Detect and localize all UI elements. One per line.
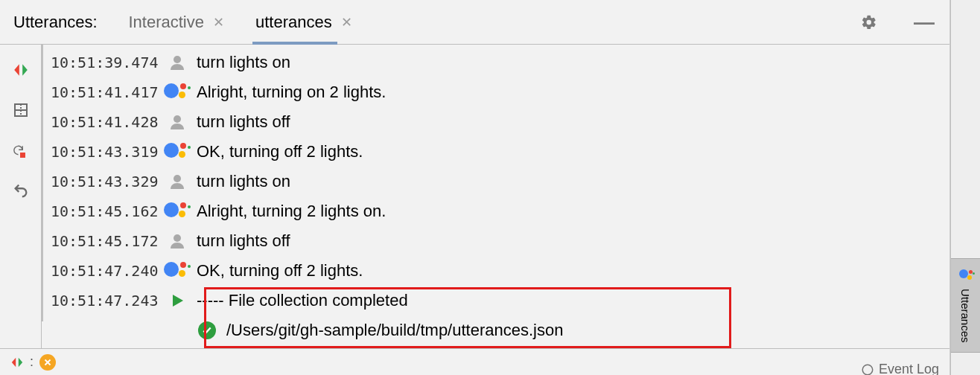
success-check-icon: [192, 319, 222, 342]
assistant-icon: [162, 81, 192, 103]
log-row: 10:51:41.428 turn lights off: [42, 107, 949, 137]
tool-window-tabbar: Utterances: Interactive ✕ utterances ✕ —: [0, 0, 949, 45]
svg-rect-5: [20, 153, 25, 158]
log-text: /Users/git/gh-sample/build/tmp/utterance…: [222, 321, 563, 340]
event-log-label: Event Log: [879, 362, 939, 375]
console-output[interactable]: 10:51:39.474 turn lights on 10:51:41.417…: [42, 45, 949, 348]
colon-label: :: [30, 354, 34, 370]
undo-icon[interactable]: [12, 182, 30, 199]
log-text: turn lights on: [192, 172, 290, 191]
status-bar: : Event Log: [0, 348, 949, 375]
timestamp: 10:51:41.428: [51, 113, 162, 131]
rerun-icon[interactable]: [12, 141, 30, 159]
tab-label: utterances: [255, 13, 332, 32]
log-row: 10:51:43.319 OK, turning off 2 lights.: [42, 137, 949, 167]
right-tool-stripe: Utterances: [950, 0, 980, 375]
timestamp: 10:51:47.240: [51, 262, 162, 280]
error-badge-icon[interactable]: [39, 354, 56, 371]
log-row: 10:51:41.417 Alright, turning on 2 light…: [42, 77, 949, 107]
svg-point-15: [862, 365, 873, 375]
diff-icon[interactable]: [10, 356, 24, 369]
svg-point-7: [174, 115, 181, 123]
timestamp: 10:51:43.319: [51, 143, 162, 161]
tab-interactive[interactable]: Interactive ✕: [129, 0, 225, 44]
log-text: turn lights off: [192, 112, 290, 132]
svg-point-8: [174, 175, 181, 182]
user-icon: [162, 51, 192, 74]
log-row: /Users/git/gh-sample/build/tmp/utterance…: [42, 315, 949, 345]
gear-icon[interactable]: [857, 10, 881, 34]
svg-point-6: [174, 56, 181, 63]
log-text: ----- File collection completed: [192, 291, 408, 310]
svg-marker-10: [173, 295, 183, 307]
assistant-icon: [162, 200, 192, 222]
side-tab-label: Utterances: [959, 289, 972, 343]
timestamp: 10:51:45.172: [51, 232, 162, 250]
log-text: turn lights off: [192, 231, 290, 251]
log-row: 10:51:47.240 OK, turning off 2 lights.: [42, 256, 949, 286]
tab-utterances[interactable]: utterances ✕: [255, 0, 352, 44]
assistant-icon: [162, 260, 192, 282]
timestamp: 10:51:47.243: [51, 292, 162, 310]
timestamp: 10:51:41.417: [51, 83, 162, 101]
assistant-icon: [959, 268, 973, 281]
side-tab-utterances[interactable]: Utterances: [951, 258, 980, 353]
timestamp: 10:51:39.474: [51, 54, 162, 71]
event-log-button[interactable]: Event Log: [861, 362, 939, 375]
log-text: OK, turning off 2 lights.: [192, 142, 363, 161]
log-text: OK, turning off 2 lights.: [192, 261, 363, 281]
scrollbar[interactable]: [42, 45, 43, 321]
svg-marker-0: [14, 64, 19, 75]
user-icon: [162, 170, 192, 193]
assistant-icon: [162, 141, 192, 163]
timestamp: 10:51:43.329: [51, 173, 162, 190]
svg-point-9: [174, 234, 181, 242]
close-icon[interactable]: ✕: [213, 14, 224, 31]
panel-title: Utterances:: [13, 13, 98, 32]
svg-marker-11: [12, 357, 16, 367]
user-icon: [162, 111, 192, 133]
diff-icon[interactable]: [12, 61, 30, 79]
log-row: 10:51:45.162 Alright, turning 2 lights o…: [42, 196, 949, 226]
svg-marker-12: [19, 357, 22, 367]
user-icon: [162, 230, 192, 252]
layout-icon[interactable]: [12, 101, 30, 119]
play-icon: [162, 289, 192, 312]
log-text: turn lights on: [192, 53, 290, 72]
log-row: 10:51:43.329 turn lights on: [42, 167, 949, 196]
tab-label: Interactive: [129, 13, 205, 32]
svg-marker-1: [22, 64, 28, 75]
timestamp: 10:51:45.162: [51, 202, 162, 220]
close-icon[interactable]: ✕: [341, 14, 352, 31]
minimize-icon[interactable]: —: [912, 10, 936, 34]
toolbar-gutter: [0, 45, 42, 348]
log-row: 10:51:39.474 turn lights on: [42, 48, 949, 77]
log-row: 10:51:47.243 ----- File collection compl…: [42, 286, 949, 315]
log-text: Alright, turning on 2 lights.: [192, 83, 386, 102]
log-row: 10:51:45.172 turn lights off: [42, 226, 949, 256]
log-text: Alright, turning 2 lights on.: [192, 202, 386, 221]
